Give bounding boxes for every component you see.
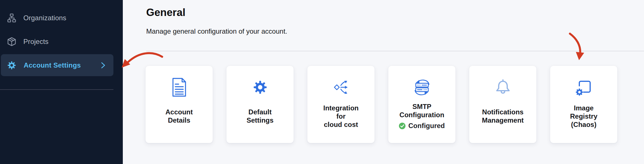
card-title: Notifications Management — [482, 108, 524, 124]
sidebar-item-organizations[interactable]: Organizations — [0, 7, 113, 29]
chevron-right-icon — [101, 62, 105, 69]
card-title: Account Details — [166, 108, 193, 124]
sidebar-divider — [0, 89, 113, 90]
sidebar-item-label: Projects — [23, 38, 48, 46]
card-integration-cloud-cost[interactable]: Integration for cloud cost — [307, 66, 375, 143]
card-title: Image Registry (Chaos) — [570, 104, 597, 129]
document-icon — [172, 78, 187, 97]
sidebar-item-projects[interactable]: Projects — [0, 31, 113, 52]
check-circle-icon — [399, 123, 405, 129]
app-window: Organizations Projects — [0, 0, 644, 164]
gear-icon — [252, 78, 268, 97]
card-image-registry-chaos[interactable]: Image Registry (Chaos) — [550, 66, 617, 143]
cube-icon — [7, 37, 17, 46]
card-smtp-configuration[interactable]: SMTP Configuration Configured — [388, 66, 456, 143]
sidebar-item-label: Organizations — [23, 14, 66, 22]
sidebar: Organizations Projects — [0, 0, 123, 164]
org-chart-icon — [7, 13, 17, 23]
card-notifications-management[interactable]: Notifications Management — [469, 66, 537, 143]
sidebar-item-account-settings[interactable]: Account Settings — [1, 54, 113, 76]
card-title: SMTP Configuration — [400, 102, 444, 119]
card-title: Default Settings — [246, 108, 274, 124]
share-arrows-icon — [334, 78, 348, 97]
content-divider — [146, 51, 644, 51]
page-title: General — [146, 6, 186, 19]
gear-icon — [7, 60, 17, 70]
page-gear-icon — [575, 78, 592, 97]
card-account-details[interactable]: Account Details — [145, 66, 213, 143]
sidebar-nav: Organizations Projects — [0, 0, 123, 76]
status-label: Configured — [408, 122, 445, 130]
page-subtitle: Manage general configuration of your acc… — [146, 27, 287, 35]
sidebar-item-label: Account Settings — [24, 61, 81, 69]
card-title: Integration for cloud cost — [323, 104, 359, 129]
status-badge: Configured — [399, 122, 445, 130]
settings-cards-row: Account Details — [145, 66, 617, 143]
bell-icon — [496, 78, 510, 97]
main-content: General Manage general configuration of … — [123, 0, 644, 164]
card-default-settings[interactable]: Default Settings — [226, 66, 294, 143]
server-sync-icon — [414, 78, 430, 97]
